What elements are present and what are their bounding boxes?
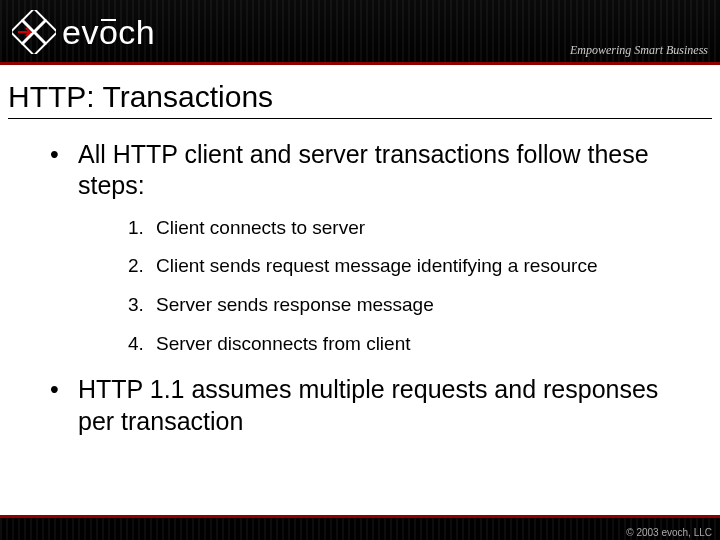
bullet-closing: HTTP 1.1 assumes multiple requests and r… [28, 374, 692, 437]
step-item: Client sends request message identifying… [78, 254, 692, 279]
title-area: HTTP: Transactions [0, 74, 720, 121]
slide-title: HTTP: Transactions [8, 80, 712, 119]
bullet-intro-text: All HTTP client and server transactions … [78, 140, 649, 199]
bullet-intro: All HTTP client and server transactions … [28, 139, 692, 356]
step-item: Client connects to server [78, 216, 692, 241]
copyright-text: © 2003 evoch, LLC [626, 527, 712, 538]
header-divider [0, 62, 720, 65]
slide-footer: © 2003 evoch, LLC [0, 518, 720, 540]
brand-logo: evoch [12, 10, 155, 54]
step-item: Server disconnects from client [78, 332, 692, 357]
tagline: Empowering Smart Business [570, 43, 708, 58]
step-item: Server sends response message [78, 293, 692, 318]
slide-content: All HTTP client and server transactions … [0, 121, 720, 437]
slide-header: evoch Empowering Smart Business [0, 0, 720, 64]
brand-name: evoch [62, 13, 155, 52]
svg-rect-3 [35, 21, 56, 44]
logo-icon [12, 10, 56, 54]
